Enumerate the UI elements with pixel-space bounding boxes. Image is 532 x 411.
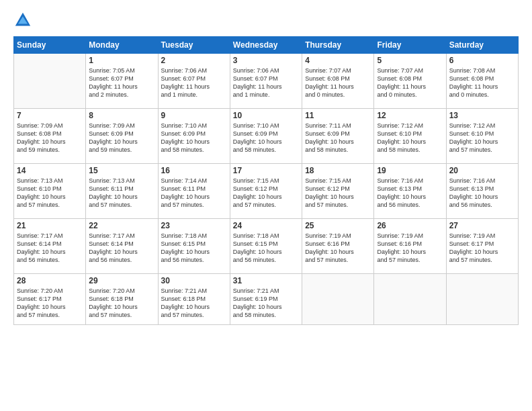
day-number: 26 <box>377 221 443 230</box>
day-info: Sunrise: 7:10 AMSunset: 6:09 PMDaylight:… <box>233 122 299 154</box>
day-info: Sunrise: 7:19 AMSunset: 6:17 PMDaylight:… <box>449 232 515 265</box>
calendar-header-tuesday: Tuesday <box>158 37 230 54</box>
calendar-cell <box>446 274 518 325</box>
day-number: 31 <box>233 276 299 285</box>
calendar-cell: 19Sunrise: 7:16 AMSunset: 6:13 PMDayligh… <box>374 164 446 219</box>
calendar-cell: 13Sunrise: 7:12 AMSunset: 6:10 PMDayligh… <box>446 109 518 164</box>
day-number: 9 <box>161 111 227 120</box>
day-info: Sunrise: 7:15 AMSunset: 6:12 PMDaylight:… <box>305 177 371 210</box>
day-info: Sunrise: 7:10 AMSunset: 6:09 PMDaylight:… <box>161 122 227 154</box>
day-info: Sunrise: 7:20 AMSunset: 6:18 PMDaylight:… <box>89 287 154 320</box>
calendar-cell: 22Sunrise: 7:17 AMSunset: 6:14 PMDayligh… <box>86 219 158 274</box>
day-number: 15 <box>89 166 154 175</box>
calendar-cell <box>14 54 86 109</box>
calendar-cell: 18Sunrise: 7:15 AMSunset: 6:12 PMDayligh… <box>302 164 374 219</box>
day-number: 21 <box>17 221 83 230</box>
day-info: Sunrise: 7:06 AMSunset: 6:07 PMDaylight:… <box>233 66 299 99</box>
calendar-cell: 15Sunrise: 7:13 AMSunset: 6:11 PMDayligh… <box>86 164 158 219</box>
calendar-cell: 21Sunrise: 7:17 AMSunset: 6:14 PMDayligh… <box>14 219 86 274</box>
day-info: Sunrise: 7:09 AMSunset: 6:08 PMDaylight:… <box>17 122 83 154</box>
calendar-cell: 26Sunrise: 7:19 AMSunset: 6:16 PMDayligh… <box>374 219 446 274</box>
page: SundayMondayTuesdayWednesdayThursdayFrid… <box>0 0 532 411</box>
day-info: Sunrise: 7:05 AMSunset: 6:07 PMDaylight:… <box>89 66 154 99</box>
day-info: Sunrise: 7:14 AMSunset: 6:11 PMDaylight:… <box>161 177 227 210</box>
day-info: Sunrise: 7:11 AMSunset: 6:09 PMDaylight:… <box>305 122 371 154</box>
day-number: 1 <box>89 56 154 65</box>
day-info: Sunrise: 7:18 AMSunset: 6:15 PMDaylight:… <box>161 232 227 265</box>
calendar-header-wednesday: Wednesday <box>230 37 302 54</box>
calendar-cell: 16Sunrise: 7:14 AMSunset: 6:11 PMDayligh… <box>158 164 230 219</box>
day-info: Sunrise: 7:16 AMSunset: 6:13 PMDaylight:… <box>377 177 443 210</box>
day-number: 10 <box>233 111 299 120</box>
calendar-header-saturday: Saturday <box>446 37 518 54</box>
day-number: 3 <box>233 56 299 65</box>
calendar-week-row: 21Sunrise: 7:17 AMSunset: 6:14 PMDayligh… <box>14 219 519 274</box>
calendar-cell: 5Sunrise: 7:07 AMSunset: 6:08 PMDaylight… <box>374 54 446 109</box>
day-number: 2 <box>161 56 227 65</box>
day-info: Sunrise: 7:17 AMSunset: 6:14 PMDaylight:… <box>89 232 154 265</box>
day-number: 22 <box>89 221 154 230</box>
day-number: 12 <box>377 111 443 120</box>
calendar-table: SundayMondayTuesdayWednesdayThursdayFrid… <box>13 36 519 325</box>
day-number: 27 <box>449 221 515 230</box>
logo-icon <box>13 11 32 30</box>
day-info: Sunrise: 7:21 AMSunset: 6:19 PMDaylight:… <box>233 287 299 320</box>
day-info: Sunrise: 7:12 AMSunset: 6:10 PMDaylight:… <box>449 122 515 154</box>
calendar-cell: 7Sunrise: 7:09 AMSunset: 6:08 PMDaylight… <box>14 109 86 164</box>
calendar-week-row: 1Sunrise: 7:05 AMSunset: 6:07 PMDaylight… <box>14 54 519 109</box>
day-info: Sunrise: 7:09 AMSunset: 6:09 PMDaylight:… <box>89 122 154 154</box>
day-number: 6 <box>449 56 515 65</box>
calendar-header-thursday: Thursday <box>302 37 374 54</box>
day-number: 11 <box>305 111 371 120</box>
day-info: Sunrise: 7:13 AMSunset: 6:10 PMDaylight:… <box>17 177 83 210</box>
calendar-cell: 23Sunrise: 7:18 AMSunset: 6:15 PMDayligh… <box>158 219 230 274</box>
calendar-cell: 2Sunrise: 7:06 AMSunset: 6:07 PMDaylight… <box>158 54 230 109</box>
day-info: Sunrise: 7:06 AMSunset: 6:07 PMDaylight:… <box>161 66 227 99</box>
calendar-week-row: 14Sunrise: 7:13 AMSunset: 6:10 PMDayligh… <box>14 164 519 219</box>
calendar-cell: 17Sunrise: 7:15 AMSunset: 6:12 PMDayligh… <box>230 164 302 219</box>
day-number: 30 <box>161 276 227 285</box>
day-info: Sunrise: 7:21 AMSunset: 6:18 PMDaylight:… <box>161 287 227 320</box>
calendar-header-row: SundayMondayTuesdayWednesdayThursdayFrid… <box>14 37 519 54</box>
calendar-header-friday: Friday <box>374 37 446 54</box>
day-info: Sunrise: 7:19 AMSunset: 6:16 PMDaylight:… <box>377 232 443 265</box>
day-info: Sunrise: 7:08 AMSunset: 6:08 PMDaylight:… <box>449 66 515 99</box>
calendar-cell: 27Sunrise: 7:19 AMSunset: 6:17 PMDayligh… <box>446 219 518 274</box>
calendar-cell: 29Sunrise: 7:20 AMSunset: 6:18 PMDayligh… <box>86 274 158 325</box>
calendar-cell: 20Sunrise: 7:16 AMSunset: 6:13 PMDayligh… <box>446 164 518 219</box>
calendar-week-row: 28Sunrise: 7:20 AMSunset: 6:17 PMDayligh… <box>14 274 519 325</box>
calendar-cell: 14Sunrise: 7:13 AMSunset: 6:10 PMDayligh… <box>14 164 86 219</box>
day-number: 7 <box>17 111 83 120</box>
day-info: Sunrise: 7:20 AMSunset: 6:17 PMDaylight:… <box>17 287 83 320</box>
day-number: 4 <box>305 56 371 65</box>
day-info: Sunrise: 7:15 AMSunset: 6:12 PMDaylight:… <box>233 177 299 210</box>
day-info: Sunrise: 7:16 AMSunset: 6:13 PMDaylight:… <box>449 177 515 210</box>
calendar-cell <box>302 274 374 325</box>
header <box>13 11 519 30</box>
day-number: 13 <box>449 111 515 120</box>
day-info: Sunrise: 7:07 AMSunset: 6:08 PMDaylight:… <box>377 66 443 99</box>
calendar-cell: 1Sunrise: 7:05 AMSunset: 6:07 PMDaylight… <box>86 54 158 109</box>
day-number: 25 <box>305 221 371 230</box>
calendar-header-monday: Monday <box>86 37 158 54</box>
day-info: Sunrise: 7:13 AMSunset: 6:11 PMDaylight:… <box>89 177 154 210</box>
calendar-cell: 8Sunrise: 7:09 AMSunset: 6:09 PMDaylight… <box>86 109 158 164</box>
day-number: 28 <box>17 276 83 285</box>
day-number: 24 <box>233 221 299 230</box>
day-number: 14 <box>17 166 83 175</box>
day-number: 29 <box>89 276 154 285</box>
day-info: Sunrise: 7:07 AMSunset: 6:08 PMDaylight:… <box>305 66 371 99</box>
calendar-cell: 3Sunrise: 7:06 AMSunset: 6:07 PMDaylight… <box>230 54 302 109</box>
calendar-cell: 28Sunrise: 7:20 AMSunset: 6:17 PMDayligh… <box>14 274 86 325</box>
calendar-week-row: 7Sunrise: 7:09 AMSunset: 6:08 PMDaylight… <box>14 109 519 164</box>
day-number: 8 <box>89 111 154 120</box>
logo <box>13 11 34 30</box>
day-number: 20 <box>449 166 515 175</box>
day-info: Sunrise: 7:19 AMSunset: 6:16 PMDaylight:… <box>305 232 371 265</box>
calendar-cell: 6Sunrise: 7:08 AMSunset: 6:08 PMDaylight… <box>446 54 518 109</box>
calendar-cell: 12Sunrise: 7:12 AMSunset: 6:10 PMDayligh… <box>374 109 446 164</box>
day-number: 19 <box>377 166 443 175</box>
calendar-cell: 11Sunrise: 7:11 AMSunset: 6:09 PMDayligh… <box>302 109 374 164</box>
day-number: 16 <box>161 166 227 175</box>
calendar-cell <box>374 274 446 325</box>
